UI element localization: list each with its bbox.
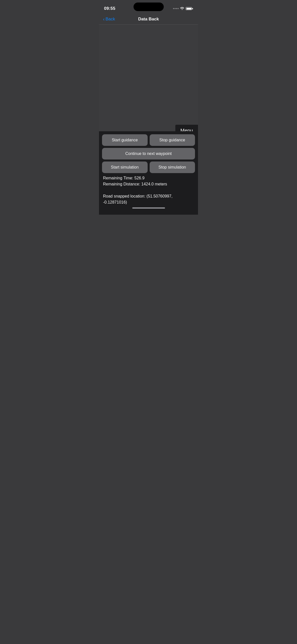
- home-indicator: [102, 205, 195, 210]
- nav-bar: ‹ Back Data Back: [99, 14, 198, 25]
- status-time: 09:55: [104, 6, 115, 11]
- simulation-buttons-row: Start simulation Stop simulation: [102, 162, 195, 173]
- remaining-time: Remaining Time: 526.9: [103, 175, 194, 181]
- stop-simulation-button[interactable]: Stop simulation: [150, 162, 195, 173]
- info-panel: Remaining Time: 526.9 Remaining Distance…: [102, 175, 195, 205]
- bottom-panel: Start guidance Stop guidance Continue to…: [99, 131, 198, 215]
- page-title: Data Back: [138, 17, 159, 22]
- status-icons: [173, 6, 193, 11]
- road-snapped-location: Road snapped location: (51.50760997, -0.…: [103, 193, 194, 205]
- continue-waypoint-button[interactable]: Continue to next waypoint: [102, 148, 195, 159]
- start-simulation-button[interactable]: Start simulation: [102, 162, 148, 173]
- stop-guidance-button[interactable]: Stop guidance: [150, 134, 195, 146]
- wifi-icon: [180, 6, 184, 11]
- start-guidance-button[interactable]: Start guidance: [102, 134, 148, 146]
- status-bar: 09:55: [99, 0, 198, 14]
- dynamic-island: [134, 3, 164, 11]
- remaining-distance: Remaining Distance: 1424.0 meters: [103, 181, 194, 187]
- back-chevron-icon: ‹: [103, 17, 105, 21]
- back-label: Back: [106, 17, 115, 22]
- battery-icon: [186, 7, 193, 10]
- guidance-buttons-row: Start guidance Stop guidance: [102, 134, 195, 146]
- home-bar: [132, 207, 165, 209]
- signal-icon: [173, 8, 179, 9]
- map-area: Menu: [99, 25, 198, 137]
- back-button[interactable]: ‹ Back: [103, 17, 115, 22]
